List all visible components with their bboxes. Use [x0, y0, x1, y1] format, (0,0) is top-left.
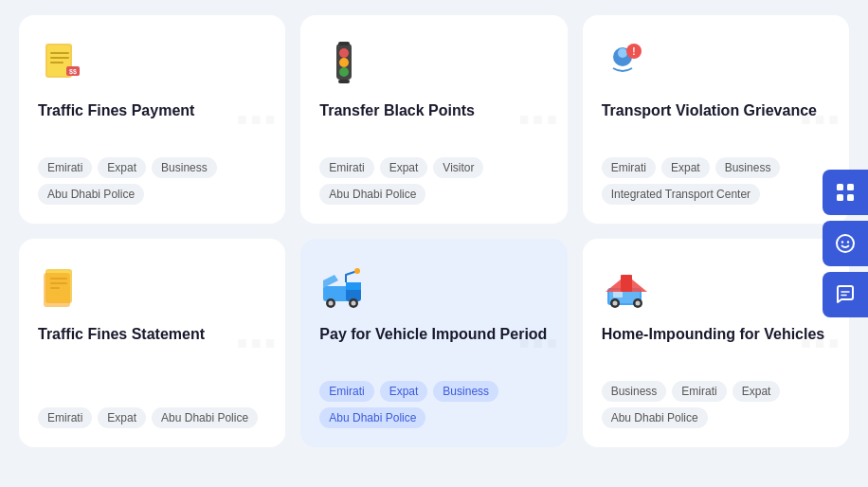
- svg-point-29: [352, 301, 356, 306]
- card-icon: [38, 262, 87, 311]
- tag: Expat: [661, 157, 710, 178]
- tag: Business: [715, 157, 781, 178]
- svg-rect-40: [837, 184, 843, 190]
- svg-rect-39: [621, 275, 632, 292]
- tag: Visitor: [433, 157, 483, 178]
- card-icon: [319, 262, 369, 311]
- card-tags: EmiratiExpatVisitorAbu Dhabi Police: [319, 157, 548, 205]
- svg-point-27: [329, 301, 334, 306]
- tag: Business: [602, 381, 667, 402]
- svg-point-9: [339, 58, 349, 67]
- tag: Abu Dhabi Police: [319, 407, 425, 428]
- card-transfer-black-points[interactable]: ··· Transfer Black Points EmiratiExpatVi…: [300, 15, 567, 224]
- svg-point-44: [837, 235, 854, 252]
- tag: Emirati: [38, 407, 92, 428]
- tag: Expat: [98, 157, 146, 178]
- tag: Emirati: [38, 157, 92, 178]
- svg-rect-42: [837, 194, 843, 201]
- svg-point-8: [339, 48, 349, 58]
- tag: Integrated Transport Center: [602, 184, 760, 205]
- tag: Abu Dhabi Police: [602, 407, 708, 428]
- card-transport-violation-grievance[interactable]: ··· ! Transport Violation Grievance Emir…: [583, 15, 849, 224]
- cards-grid: ··· $$ Traffic Fines Payment EmiratiExpa…: [0, 0, 868, 462]
- card-title: Pay for Vehicle Impound Period: [319, 324, 548, 345]
- tag: Emirati: [602, 157, 656, 178]
- svg-point-46: [847, 241, 849, 243]
- svg-marker-25: [346, 282, 361, 290]
- card-tags: EmiratiExpatAbu Dhabi Police: [38, 407, 266, 428]
- tag: Expat: [380, 157, 428, 178]
- card-icon: [319, 38, 369, 87]
- svg-rect-22: [44, 273, 70, 307]
- tag: Business: [433, 381, 498, 402]
- tag: Emirati: [672, 381, 726, 402]
- card-title: Traffic Fines Payment: [38, 100, 266, 121]
- svg-point-10: [339, 67, 349, 77]
- svg-text:!: !: [632, 46, 635, 57]
- card-traffic-fines-payment[interactable]: ··· $$ Traffic Fines Payment EmiratiExpa…: [19, 15, 285, 224]
- card-tags: EmiratiExpatBusinessAbu Dhabi Police: [38, 157, 266, 205]
- card-title: Transport Violation Grievance: [602, 100, 830, 121]
- card-icon: !: [602, 38, 651, 87]
- svg-rect-41: [847, 184, 854, 190]
- card-pay-vehicle-impound[interactable]: ··· Pay for Vehicle Impound Period Emira…: [300, 239, 567, 447]
- tag: Emirati: [319, 157, 373, 178]
- card-traffic-fines-statement[interactable]: ··· Traffic Fines Statement EmiratiExpat…: [19, 239, 285, 447]
- tag: Expat: [732, 381, 781, 402]
- svg-point-45: [841, 241, 843, 243]
- svg-rect-12: [338, 80, 350, 83]
- card-tags: EmiratiExpatBusinessAbu Dhabi Police: [319, 381, 548, 428]
- tag: Abu Dhabi Police: [38, 184, 144, 205]
- card-title: Transfer Black Points: [319, 100, 548, 121]
- svg-text:$$: $$: [69, 68, 77, 76]
- card-icon: $$: [38, 38, 87, 87]
- svg-point-34: [612, 301, 617, 306]
- tag: Emirati: [319, 381, 373, 402]
- chat-button[interactable]: [823, 272, 868, 317]
- svg-point-36: [635, 301, 640, 306]
- tag: Expat: [98, 407, 146, 428]
- svg-rect-43: [847, 194, 854, 201]
- grid-view-button[interactable]: [823, 170, 868, 215]
- card-title: Traffic Fines Statement: [38, 324, 266, 345]
- tag: Expat: [380, 381, 428, 402]
- tag: Abu Dhabi Police: [319, 184, 425, 205]
- card-tags: EmiratiExpatBusinessIntegrated Transport…: [602, 157, 830, 205]
- svg-point-14: [618, 48, 627, 58]
- card-icon: [602, 262, 651, 311]
- emoji-button[interactable]: [823, 221, 868, 266]
- sidebar-buttons: [823, 170, 868, 317]
- card-title: Home-Impounding for Vehicles: [602, 324, 830, 345]
- svg-point-30: [354, 268, 360, 274]
- tag: Business: [152, 157, 217, 178]
- card-tags: BusinessEmiratiExpatAbu Dhabi Police: [602, 381, 830, 428]
- svg-rect-11: [338, 42, 350, 45]
- card-home-impounding-vehicles[interactable]: ··· Home-Impounding for Vehicles Busines…: [583, 239, 849, 447]
- tag: Abu Dhabi Police: [152, 407, 258, 428]
